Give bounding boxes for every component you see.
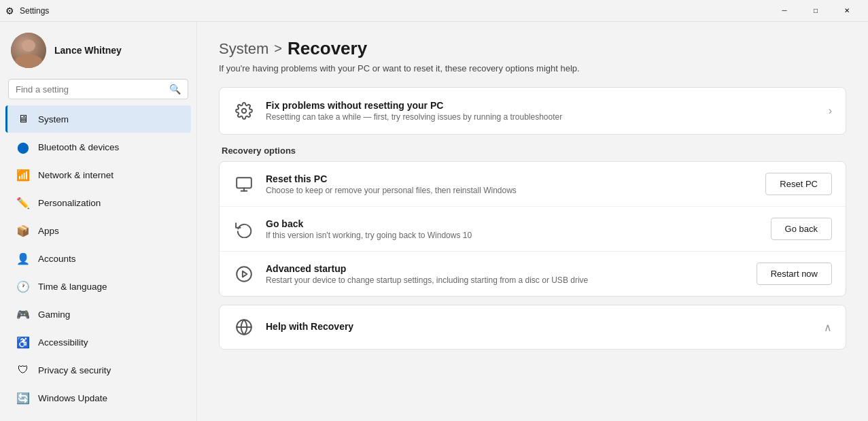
network-icon: 📶: [16, 168, 30, 182]
titlebar-controls: ─ □ ✕: [769, 0, 863, 22]
sidebar-item-label-network: Network & internet: [38, 170, 114, 180]
fix-problems-icon: [233, 100, 255, 122]
advanced-startup-icon: [233, 263, 255, 285]
advanced-startup-row: Advanced startup Restart your device to …: [220, 252, 846, 296]
settings-icon: ⚙: [5, 5, 14, 16]
titlebar-title: Settings: [20, 6, 49, 16]
fix-problems-row[interactable]: Fix problems without resetting your PC R…: [220, 88, 846, 134]
go-back-action: Go back: [771, 218, 832, 240]
titlebar-left: ⚙ Settings: [5, 5, 49, 16]
go-back-button[interactable]: Go back: [771, 218, 832, 240]
app-body: Lance Whitney 🔍 🖥 System ⬤ Bluetooth & d…: [0, 22, 868, 421]
breadcrumb-separator: >: [274, 41, 282, 56]
accessibility-icon: ♿: [16, 335, 30, 349]
svg-rect-1: [237, 178, 251, 188]
go-back-text: Go back If this version isn't working, t…: [266, 218, 760, 240]
search-box[interactable]: 🔍: [8, 79, 188, 99]
windows-update-icon: 🔄: [16, 391, 30, 405]
sidebar-item-system[interactable]: 🖥 System: [5, 105, 191, 133]
main-content: System > Recovery If you're having probl…: [197, 22, 868, 421]
fix-problems-title: Fix problems without resetting your PC: [266, 100, 818, 111]
user-name: Lance Whitney: [54, 45, 122, 56]
sidebar-item-label-time: Time & language: [38, 282, 107, 292]
personalization-icon: ✏️: [16, 196, 30, 209]
privacy-icon: 🛡: [16, 363, 30, 377]
breadcrumb-parent: System: [219, 40, 268, 58]
restart-now-button[interactable]: Restart now: [757, 263, 832, 285]
system-icon: 🖥: [16, 112, 30, 126]
search-input[interactable]: [16, 84, 164, 95]
sidebar-item-gaming[interactable]: 🎮 Gaming: [5, 301, 191, 328]
help-recovery-row[interactable]: Help with Recovery ∧: [220, 305, 846, 349]
svg-point-0: [242, 109, 247, 114]
minimize-button[interactable]: ─: [769, 0, 800, 22]
avatar: [11, 33, 46, 68]
apps-icon: 📦: [16, 224, 30, 237]
sidebar-item-personalization[interactable]: ✏️ Personalization: [5, 189, 191, 216]
reset-pc-icon: [233, 173, 255, 195]
go-back-title: Go back: [266, 218, 760, 229]
fix-problems-chevron: ›: [829, 105, 832, 117]
breadcrumb-current: Recovery: [288, 38, 367, 59]
reset-pc-title: Reset this PC: [266, 173, 754, 184]
page-subtitle: If you're having problems with your PC o…: [219, 63, 846, 73]
sidebar-item-label-accounts: Accounts: [38, 254, 76, 264]
sidebar-item-apps[interactable]: 📦 Apps: [5, 217, 191, 244]
sidebar-item-label-privacy: Privacy & security: [38, 365, 111, 375]
sidebar-item-time[interactable]: 🕐 Time & language: [5, 273, 191, 300]
recovery-options-card: Reset this PC Choose to keep or remove y…: [219, 161, 846, 297]
breadcrumb: System > Recovery: [219, 38, 846, 59]
sidebar-item-accessibility[interactable]: ♿ Accessibility: [5, 329, 191, 356]
reset-pc-text: Reset this PC Choose to keep or remove y…: [266, 173, 754, 195]
sidebar-item-windows-update[interactable]: 🔄 Windows Update: [5, 384, 191, 411]
user-profile: Lance Whitney: [0, 22, 196, 76]
close-button[interactable]: ✕: [831, 0, 863, 22]
sidebar-item-label-system: System: [38, 114, 69, 124]
help-recovery-card: Help with Recovery ∧: [219, 305, 846, 350]
titlebar: ⚙ Settings ─ □ ✕: [0, 0, 868, 22]
sidebar-item-label-accessibility: Accessibility: [38, 337, 88, 348]
go-back-desc: If this version isn't working, try going…: [266, 231, 760, 240]
fix-problems-text: Fix problems without resetting your PC R…: [266, 100, 818, 122]
sidebar-item-label-windows-update: Windows Update: [38, 393, 107, 403]
advanced-startup-text: Advanced startup Restart your device to …: [266, 263, 746, 285]
gaming-icon: 🎮: [16, 307, 30, 321]
search-icon: 🔍: [169, 84, 181, 95]
help-recovery-icon: [233, 316, 255, 338]
sidebar-item-label-bluetooth: Bluetooth & devices: [38, 142, 119, 152]
reset-pc-button[interactable]: Reset PC: [765, 173, 832, 195]
help-recovery-text: Help with Recovery: [266, 321, 813, 333]
bluetooth-icon: ⬤: [16, 140, 30, 154]
reset-pc-action: Reset PC: [765, 173, 832, 195]
sidebar-item-label-apps: Apps: [38, 226, 59, 236]
fix-problems-card: Fix problems without resetting your PC R…: [219, 87, 846, 135]
reset-pc-row: Reset this PC Choose to keep or remove y…: [220, 162, 846, 207]
advanced-startup-action: Restart now: [757, 263, 832, 285]
sidebar: Lance Whitney 🔍 🖥 System ⬤ Bluetooth & d…: [0, 22, 197, 421]
time-icon: 🕐: [16, 280, 30, 293]
sidebar-item-label-gaming: Gaming: [38, 309, 70, 320]
advanced-startup-title: Advanced startup: [266, 263, 746, 274]
go-back-icon: [233, 218, 255, 240]
sidebar-nav: 🖥 System ⬤ Bluetooth & devices 📶 Network…: [0, 105, 196, 412]
advanced-startup-desc: Restart your device to change startup se…: [266, 275, 746, 285]
svg-point-4: [237, 267, 251, 282]
sidebar-item-bluetooth[interactable]: ⬤ Bluetooth & devices: [5, 133, 191, 161]
go-back-row: Go back If this version isn't working, t…: [220, 207, 846, 252]
sidebar-item-network[interactable]: 📶 Network & internet: [5, 161, 191, 188]
maximize-button[interactable]: □: [800, 0, 831, 22]
accounts-icon: 👤: [16, 252, 30, 265]
help-recovery-chevron: ∧: [824, 321, 832, 334]
reset-pc-desc: Choose to keep or remove your personal f…: [266, 186, 754, 195]
sidebar-item-privacy[interactable]: 🛡 Privacy & security: [5, 356, 191, 384]
sidebar-item-label-personalization: Personalization: [38, 198, 101, 208]
help-recovery-title: Help with Recovery: [266, 321, 813, 332]
recovery-options-header: Recovery options: [219, 146, 846, 156]
sidebar-item-accounts[interactable]: 👤 Accounts: [5, 245, 191, 272]
fix-problems-desc: Resetting can take a while — first, try …: [266, 112, 818, 122]
